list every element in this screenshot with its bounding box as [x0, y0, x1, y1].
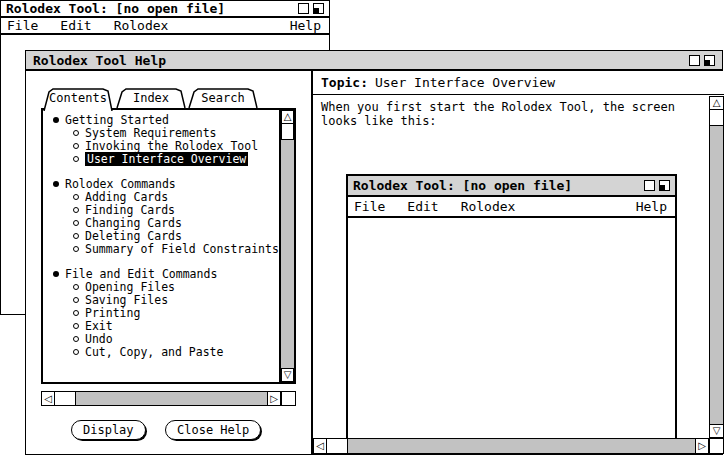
- topic-value: User Interface Overview: [375, 75, 555, 90]
- embedded-window-title: Rolodex Tool: [no open file]: [353, 178, 572, 193]
- help-window-buttons: [689, 55, 715, 66]
- toc-item[interactable]: System Requirements: [43, 126, 279, 139]
- window-minimize-icon[interactable]: [689, 55, 700, 66]
- toc-vertical-scrollbar[interactable]: △ ▽: [279, 110, 294, 382]
- toc-item-label: Invoking the Rolodex Tool: [85, 139, 258, 153]
- toc-item[interactable]: Opening Files: [43, 280, 279, 293]
- toc-group[interactable]: Getting Started: [43, 113, 279, 126]
- topic-vertical-scrollbar[interactable]: △ ▽: [709, 96, 724, 438]
- toc-item-label: Cut, Copy, and Paste: [85, 345, 223, 359]
- item-bullet-icon: [73, 143, 79, 149]
- scroll-down-icon[interactable]: ▽: [709, 424, 724, 438]
- toc-item-label: Summary of Field Constraints: [85, 242, 279, 256]
- toc-hscroll-thumb[interactable]: [54, 391, 76, 406]
- toc-item[interactable]: Exit: [43, 319, 279, 332]
- toc-item[interactable]: User Interface Overview: [43, 152, 279, 165]
- tab-contents[interactable]: Contents: [43, 88, 113, 111]
- window-minimize-icon[interactable]: [298, 3, 309, 14]
- topic-content: When you first start the Rolodex Tool, t…: [313, 95, 709, 438]
- toc-item[interactable]: Printing: [43, 306, 279, 319]
- toc-item-label: System Requirements: [85, 126, 217, 140]
- scroll-right-icon[interactable]: ▷: [695, 438, 709, 454]
- screen: Rolodex Tool: [no open file] File Edit R…: [0, 0, 724, 455]
- display-button[interactable]: Display: [71, 420, 146, 440]
- embedded-screenshot-window: Rolodex Tool: [no open file] File Edit R…: [346, 174, 677, 438]
- menu-edit[interactable]: Edit: [60, 18, 91, 33]
- tab-label: Contents: [43, 92, 113, 105]
- toc-group[interactable]: File and Edit Commands: [43, 267, 279, 280]
- group-bullet-icon: [53, 181, 59, 187]
- item-bullet-icon: [73, 310, 79, 316]
- scroll-down-icon[interactable]: ▽: [281, 368, 294, 382]
- toc-horizontal-scrollbar[interactable]: ◁ ▷: [41, 391, 281, 406]
- menu-file[interactable]: File: [7, 18, 38, 33]
- toc-item[interactable]: Deleting Cards: [43, 229, 279, 242]
- topic-label: Topic:: [321, 75, 368, 90]
- topic-scroll-corner: [709, 438, 724, 454]
- toc-item-label: Adding Cards: [85, 190, 168, 204]
- help-topic-pane: Topic:User Interface Overview When you f…: [311, 71, 724, 454]
- toc-gap: [43, 165, 279, 177]
- topic-bar: Topic:User Interface Overview: [313, 71, 724, 95]
- main-window-menubar: File Edit Rolodex Help: [1, 18, 329, 35]
- toc-item-label: Printing: [85, 306, 140, 320]
- toc-group[interactable]: Rolodex Commands: [43, 177, 279, 190]
- topic-paragraph: When you first start the Rolodex Tool, t…: [321, 100, 675, 128]
- toc-list: Getting StartedSystem RequirementsInvoki…: [43, 110, 279, 382]
- window-maximize-icon[interactable]: [704, 55, 715, 66]
- item-bullet-icon: [73, 156, 79, 162]
- topic-hscroll-thumb[interactable]: [326, 438, 348, 454]
- toc-item[interactable]: Undo: [43, 332, 279, 345]
- embedded-menu-help: Help: [636, 199, 667, 214]
- item-bullet-icon: [73, 297, 79, 303]
- topic-vscroll-thumb[interactable]: [709, 109, 724, 126]
- topic-horizontal-scrollbar[interactable]: ◁ ▷: [313, 438, 709, 454]
- scroll-left-icon[interactable]: ◁: [41, 391, 55, 406]
- toc-item-label: Saving Files: [85, 293, 168, 307]
- main-window-titlebar: Rolodex Tool: [no open file]: [1, 1, 329, 18]
- toc-gap: [43, 255, 279, 267]
- tab-search[interactable]: Search: [188, 88, 258, 108]
- item-bullet-icon: [73, 349, 79, 355]
- menu-rolodex[interactable]: Rolodex: [114, 18, 169, 33]
- toc-item[interactable]: Changing Cards: [43, 216, 279, 229]
- item-bullet-icon: [73, 233, 79, 239]
- toc-item-label: Finding Cards: [85, 203, 175, 217]
- toc-scroll-corner: [281, 391, 296, 406]
- scroll-right-icon[interactable]: ▷: [267, 391, 281, 406]
- toc-item[interactable]: Invoking the Rolodex Tool: [43, 139, 279, 152]
- toc-item-label: Exit: [85, 319, 113, 333]
- help-tabs: ContentsIndexSearch: [26, 51, 311, 111]
- toc-item[interactable]: Summary of Field Constraints: [43, 242, 279, 255]
- close-help-button[interactable]: Close Help: [165, 420, 261, 440]
- toc-vscroll-thumb[interactable]: [281, 123, 294, 140]
- menu-help[interactable]: Help: [290, 18, 321, 33]
- toc-item[interactable]: Adding Cards: [43, 190, 279, 203]
- embedded-menu-file: File: [354, 199, 385, 214]
- item-bullet-icon: [73, 130, 79, 136]
- main-window-buttons: [298, 3, 324, 14]
- toc-item-label: Undo: [85, 332, 113, 346]
- toc-item-label: File and Edit Commands: [65, 267, 217, 281]
- toc-item-label: Opening Files: [85, 280, 175, 294]
- window-minimize-icon: [644, 180, 655, 191]
- scroll-up-icon[interactable]: △: [709, 96, 724, 110]
- toc-panel: Getting StartedSystem RequirementsInvoki…: [41, 108, 296, 384]
- item-bullet-icon: [73, 194, 79, 200]
- scroll-up-icon[interactable]: △: [281, 110, 294, 124]
- tab-index[interactable]: Index: [116, 88, 186, 108]
- toc-item-label: User Interface Overview: [85, 152, 248, 166]
- embedded-window-buttons: [644, 180, 670, 191]
- window-maximize-icon[interactable]: [313, 3, 324, 14]
- item-bullet-icon: [73, 207, 79, 213]
- toc-item-label: Rolodex Commands: [65, 177, 176, 191]
- scroll-left-icon[interactable]: ◁: [313, 438, 327, 454]
- embedded-menu-edit: Edit: [407, 199, 438, 214]
- toc-item[interactable]: Cut, Copy, and Paste: [43, 345, 279, 358]
- item-bullet-icon: [73, 323, 79, 329]
- toc-item[interactable]: Finding Cards: [43, 203, 279, 216]
- toc-item-label: Deleting Cards: [85, 229, 182, 243]
- item-bullet-icon: [73, 220, 79, 226]
- toc-item[interactable]: Saving Files: [43, 293, 279, 306]
- item-bullet-icon: [73, 284, 79, 290]
